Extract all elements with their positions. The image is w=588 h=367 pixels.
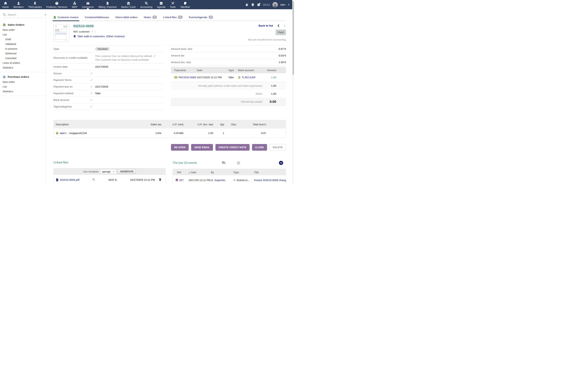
tab-direct-debit-orders[interactable]: Direct debit orders — [115, 16, 138, 21]
linked-files-count-badge: 1 — [178, 16, 182, 19]
event-user-link[interactable]: SuperAd... — [214, 179, 227, 182]
reopen-button[interactable]: RE-OPEN — [171, 144, 189, 151]
sort-asc-icon: ▲ — [189, 172, 190, 174]
version-label: 22.0.2 — [263, 3, 270, 6]
product-ref-link[interactable]: taler1 — [60, 132, 67, 134]
bank-account-link[interactable]: TLRCLEAR — [242, 76, 255, 79]
nav-tools[interactable]: Tools — [168, 0, 178, 9]
event-ref-link[interactable]: 207 — [179, 179, 184, 182]
detail-label: Type — [53, 47, 90, 50]
payment-method-value: Taler — [95, 92, 164, 95]
linked-file-row: A IN2510-0009.pdf 9167 b. 10/17/2025 12:… — [53, 175, 165, 184]
edit-pencil-icon[interactable] — [90, 92, 95, 95]
preview-magnifier-icon[interactable] — [87, 178, 100, 182]
search-input[interactable] — [8, 13, 43, 16]
nav-products-services[interactable]: Products | Services — [44, 0, 70, 9]
events-count-badge: 2 — [209, 16, 213, 19]
amount-label: Amount (inc. tax) — [171, 61, 279, 64]
customer-link[interactable]: Taler walk-in customers — [77, 35, 105, 38]
nav-third-parties[interactable]: Third parties — [26, 0, 44, 9]
detail-row-source: Source — [53, 70, 164, 77]
payment-amount: 1.00 — [262, 76, 286, 79]
sidebar-item-in-process[interactable]: In process — [0, 46, 45, 51]
edit-pencil-icon[interactable] — [90, 105, 95, 108]
cube-icon — [55, 1, 59, 5]
user-menu-chevron-down-icon[interactable]: ▼ — [288, 3, 290, 6]
messages-icon[interactable] — [221, 161, 226, 165]
nav-talerbarr[interactable]: TalerBarr — [178, 0, 192, 9]
avatar[interactable] — [272, 2, 278, 8]
amount-excl-tax-value: 0.97 € — [279, 47, 286, 50]
send-email-button[interactable]: SEND EMAIL — [191, 144, 213, 151]
detail-row-payment-method: Payment method Taler — [53, 90, 164, 97]
add-event-button[interactable]: + — [279, 161, 283, 165]
list-view-icon[interactable] — [237, 161, 240, 165]
debug-bug-icon[interactable] — [245, 3, 249, 7]
username-label[interactable]: taler — [280, 3, 285, 6]
nav-agenda[interactable]: Agenda — [155, 0, 168, 9]
events-col-date[interactable]: ▲Date — [189, 171, 211, 174]
delete-file-trash-icon[interactable] — [155, 178, 165, 182]
detail-row-payment-terms: Payment Terms — [53, 77, 164, 83]
sidebar-purchase-orders-header[interactable]: Purchase orders — [0, 74, 45, 80]
edit-pencil-icon[interactable] — [90, 99, 95, 101]
sidebar-item-canceled[interactable]: Canceled — [0, 56, 45, 60]
sidebar-item-delivered[interactable]: Delivered — [0, 51, 45, 56]
nav-banks-cash[interactable]: Banks | Cash — [119, 0, 138, 9]
page-scrollbar[interactable] — [292, 0, 294, 184]
sidebar-sales-orders-header[interactable]: Sales Orders — [0, 22, 45, 27]
edit-pencil-icon[interactable] — [90, 72, 95, 75]
amount-label: Amount (excl. tax) — [171, 47, 279, 50]
lines-col-disc: Disc. — [224, 123, 237, 126]
sidebar-item-validated[interactable]: Validated — [0, 42, 45, 46]
help-icon[interactable]: ? — [257, 3, 261, 7]
sidebar-item-po-new-order[interactable]: New order — [0, 80, 45, 84]
linked-files-section: Linked files Doc template sponge ▼ GENER… — [53, 161, 165, 184]
doc-template-label: Doc template — [83, 170, 98, 173]
tab-contacts-addresses[interactable]: Contacts/Addresses — [85, 16, 109, 21]
generate-button[interactable]: GENERATE — [118, 169, 136, 174]
back-to-list-link[interactable]: Back to list — [259, 24, 273, 27]
sidebar-item-new-order[interactable]: New order — [0, 27, 45, 32]
print-icon[interactable] — [251, 3, 255, 7]
ref-customer-colon: : — [95, 30, 95, 33]
nav-mrp[interactable]: MRP — [70, 0, 80, 9]
edit-pencil-icon[interactable] — [91, 30, 94, 33]
event-title-link[interactable]: Invoice IN2510-0009 change — [254, 179, 286, 182]
doc-template-select[interactable]: sponge ▼ — [100, 169, 116, 174]
tab-linked-files[interactable]: Linked files 1 — [163, 16, 182, 21]
linked-file-link[interactable]: IN2510-0009.pdf — [60, 178, 79, 181]
delete-button[interactable]: DELETE — [269, 144, 286, 151]
nav-commerce[interactable]: Commerce — [80, 0, 96, 9]
customer-other-invoices-link[interactable]: (Other invoices) — [106, 35, 125, 38]
sidebar-item-lines-of-orders[interactable]: Lines of orders — [0, 60, 45, 65]
sidebar-item-po-statistics[interactable]: Statistics — [0, 89, 45, 94]
lines-col-qty: Qty — [213, 123, 224, 126]
nav-billing-payment[interactable]: $ Billing | Payment — [96, 0, 119, 9]
scrollbar-thumb[interactable] — [293, 1, 294, 75]
sidebar-item-statistics[interactable]: Statistics — [0, 65, 45, 70]
previous-chevron-left-icon[interactable] — [277, 24, 279, 27]
event-date: 10/17/25 12:11 PM — [189, 179, 211, 182]
edit-pencil-icon[interactable] — [153, 55, 156, 57]
payment-due-value: 10/17/2025 — [95, 85, 164, 88]
sidebar-item-po-list[interactable]: List — [0, 84, 45, 89]
nav-third-parties-label: Third parties — [28, 6, 42, 8]
sidebar-item-draft[interactable]: Draft — [0, 37, 45, 42]
invoice-pdf-thumbnail[interactable] — [53, 24, 69, 42]
invoice-header: IN2510-0009 Ref. customer : Taler walk-i… — [53, 24, 286, 42]
clone-button[interactable]: CLONE — [252, 144, 267, 151]
payment-ref-link[interactable]: PAY2510-0008 — [179, 76, 196, 79]
nav-members[interactable]: Members — [11, 0, 26, 9]
tab-notes[interactable]: Notes 1 — [144, 16, 157, 21]
nav-billing-payment-label: Billing | Payment — [98, 6, 117, 8]
create-credit-note-button[interactable]: CREATE CREDIT NOTE — [216, 144, 250, 151]
events-panel: Ref. ▲Date By Type Title 207 10/17/25 12… — [173, 169, 286, 184]
sidebar-item-list[interactable]: List — [0, 32, 45, 37]
nav-home[interactable]: Home — [0, 0, 11, 9]
nav-accounting[interactable]: $ Accounting — [138, 0, 155, 9]
tab-events-agenda[interactable]: Events/Agenda 2 — [189, 16, 213, 21]
edit-pencil-icon[interactable] — [90, 85, 95, 88]
tab-customer-invoice[interactable]: $ Customer invoice — [53, 16, 78, 21]
edit-pencil-icon[interactable] — [90, 79, 95, 81]
